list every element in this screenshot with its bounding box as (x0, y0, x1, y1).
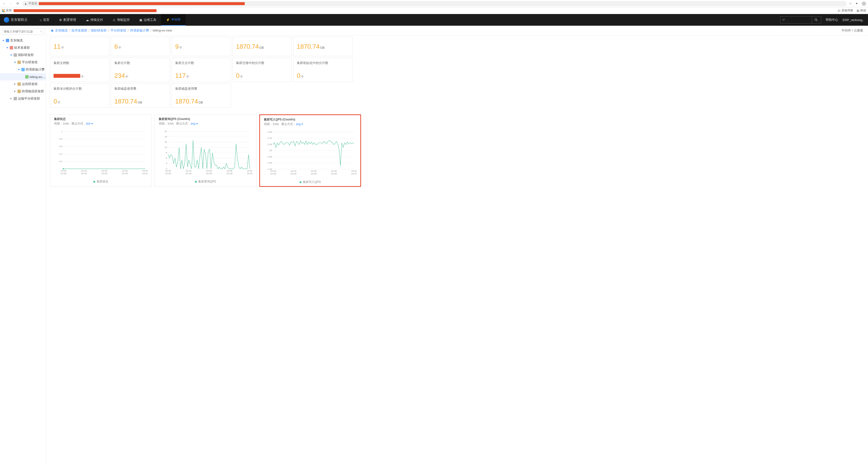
svg-text:10-09: 10-09 (186, 172, 192, 175)
brand-logo[interactable]: 京东智联云 (4, 17, 28, 23)
chart-title: 集群写入QPS (Count/s) (264, 118, 356, 122)
caret-down-icon (6, 46, 8, 49)
svg-text:1.6K: 1.6K (268, 161, 272, 164)
nav-item-4[interactable]: ▣运维工具 (134, 14, 161, 26)
svg-text:15:58: 15:58 (351, 170, 356, 172)
folder-icon: 🗀 (838, 9, 841, 12)
stat-value: 1870.74GB (236, 43, 288, 50)
svg-text:10-09: 10-09 (165, 172, 171, 175)
sidebar-filter[interactable] (2, 28, 44, 35)
chart-title: 集群查询QPS (Count/s) (159, 117, 252, 121)
bars-icon (13, 53, 17, 57)
grid-icon (18, 83, 21, 86)
svg-text:10-09: 10-09 (331, 172, 337, 175)
url-redacted (39, 2, 245, 5)
apps-icon (2, 9, 5, 12)
tree-item-3[interactable]: 平台研发组 (0, 59, 46, 66)
stat-card: 1870.74GB (293, 37, 352, 56)
nav-item-0[interactable]: ⌂首页 (35, 14, 54, 26)
stat-card: 1870.74GB (232, 37, 292, 56)
svg-text:15:45: 15:45 (122, 169, 128, 172)
nav-item-1[interactable]: ⚙配置管理 (54, 14, 81, 26)
stat-title: 集群未分配的分片数 (54, 87, 106, 91)
tree-item-7[interactable]: 跨境物流研发部 (0, 88, 46, 95)
stat-card: 集群分片数234个 (111, 58, 170, 82)
brand-icon (4, 17, 9, 23)
back-button[interactable]: ← (2, 1, 6, 6)
chart-plot: 0.20.40.60.8115:0010-0915:1510-0915:3010… (54, 126, 148, 179)
breadcrumb-item[interactable]: 国际研发部 (91, 29, 106, 32)
tree-item-5[interactable]: billing-es-... (0, 73, 46, 81)
stat-title: 集群迁移中的分片数 (236, 61, 288, 65)
svg-text:15: 15 (164, 140, 167, 143)
svg-text:9: 9 (166, 151, 167, 154)
breadcrumb: ◉ 京东物流/技术发展部/国际研发部/平台研发组/跨境新版计费/billing-… (46, 26, 868, 35)
reading-list[interactable]: ▤阅读 (857, 8, 866, 12)
main-content: ◉ 京东物流/技术发展部/国际研发部/平台研发组/跨境新版计费/billing-… (46, 26, 868, 464)
stat-value: 9个 (175, 43, 227, 50)
help-link[interactable]: 帮助中心 (826, 18, 838, 22)
svg-text:15:00: 15:00 (165, 169, 171, 172)
search-icon (40, 30, 42, 33)
svg-text:10-09: 10-09 (142, 172, 148, 175)
grid-icon (18, 61, 21, 64)
ip-input[interactable] (780, 18, 812, 22)
location-icon: ◉ (51, 29, 54, 32)
insecure-icon: ▲ (24, 2, 27, 5)
layer-icon (21, 68, 25, 71)
tree-item-4[interactable]: 跨境新版计费 (0, 66, 46, 73)
address-bar[interactable]: ▲ 不安全 (22, 1, 847, 6)
stat-card: 9个 (172, 37, 231, 56)
share-icon (10, 46, 13, 50)
ip-search[interactable] (780, 16, 821, 24)
breadcrumb-item[interactable]: 技术发展部 (71, 29, 87, 32)
profile-icon[interactable] (862, 1, 866, 6)
svg-text:12: 12 (164, 146, 167, 149)
breadcrumb-right: 中间件 / 云搜索 (842, 28, 863, 33)
filter-input[interactable] (4, 30, 40, 33)
svg-text:15:00: 15:00 (270, 170, 276, 172)
nav-item-3[interactable]: ⚠智能监控 (108, 14, 134, 26)
chart-legend: 集群写入QPS (264, 180, 356, 184)
tree-item-1[interactable]: 技术发展部 (0, 44, 46, 51)
agg-dropdown[interactable]: avg ▾ (296, 122, 303, 126)
svg-text:15:15: 15:15 (81, 169, 87, 172)
nav-icon: ⚙ (59, 18, 62, 22)
legend-dot-icon (93, 181, 95, 183)
stat-value: 1870.74GB (297, 43, 349, 50)
stat-value: 6个 (114, 43, 166, 50)
search-icon[interactable] (812, 17, 820, 23)
chart-subtitle: 周期：1min 聚合方式：avg ▾ (159, 122, 252, 126)
stat-value: 11个 (54, 43, 106, 50)
top-nav: 京东智联云 ⌂首页⚙配置管理☁持续交付⚠智能监控▣运维工具⚡中间件 帮助中心 E… (0, 14, 868, 26)
svg-text:10-09: 10-09 (101, 172, 107, 175)
star-icon[interactable]: ☆ (849, 2, 853, 6)
breadcrumb-item[interactable]: 京东物流 (55, 29, 68, 32)
breadcrumb-item[interactable]: 跨境新版计费 (130, 29, 149, 32)
svg-text:10-09: 10-09 (60, 172, 66, 175)
tree-item-2[interactable]: 国际研发部 (0, 51, 46, 59)
tree-item-8[interactable]: 运输平台研发部 (0, 95, 46, 102)
agg-dropdown[interactable]: avg ▾ (191, 122, 198, 125)
forward-button[interactable]: → (9, 1, 13, 6)
extensions-icon[interactable]: ✦ (856, 2, 859, 6)
agg-dropdown[interactable]: last ▾ (86, 122, 93, 125)
user-label[interactable]: ERP_renhong.. (842, 18, 864, 22)
bars-icon (13, 97, 17, 100)
reload-button[interactable]: ⟳ (16, 1, 20, 6)
svg-line-3 (41, 32, 42, 32)
chart-subtitle: 周期：1min 聚合方式：last ▾ (54, 122, 148, 126)
tree-item-6[interactable]: 运营研发组 (0, 81, 46, 88)
caret-down-icon (13, 61, 16, 63)
svg-text:10-09: 10-09 (122, 172, 128, 175)
nav-item-2[interactable]: ☁持续交付 (81, 14, 108, 26)
breadcrumb-item[interactable]: 平台研发组 (111, 29, 126, 32)
nav-icon: ⚡ (166, 18, 170, 22)
tree-item-0[interactable]: 京东物流 (0, 37, 46, 44)
caret-down-icon (18, 68, 20, 71)
nav-item-5[interactable]: ⚡中间件 (161, 14, 186, 26)
svg-text:10-09: 10-09 (81, 172, 87, 175)
stat-card: 集群文档数个 (50, 58, 109, 82)
apps-shortcut[interactable]: 应用 (2, 8, 12, 12)
other-bookmarks[interactable]: 🗀其他书签 (838, 8, 853, 12)
